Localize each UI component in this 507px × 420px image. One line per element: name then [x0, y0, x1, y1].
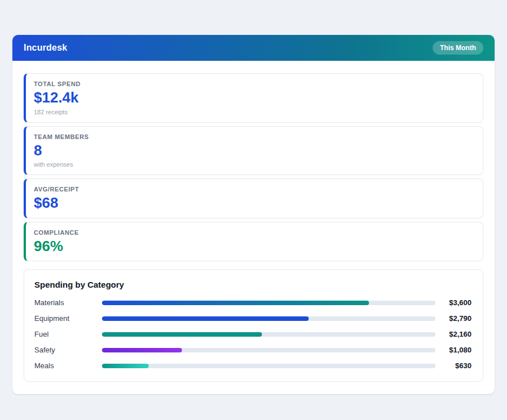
dashboard-card: Incurdesk This Month TOTAL SPEND$12.4k18… — [12, 35, 495, 394]
bar-track — [102, 301, 435, 305]
bar-track — [102, 364, 435, 368]
stat-label: TOTAL SPEND — [34, 81, 474, 87]
category-label: Safety — [34, 346, 102, 354]
category-row-safety: Safety$1,080 — [34, 346, 472, 354]
stat-subtext: 182 receipts — [34, 109, 474, 115]
stat-card-total-spend: TOTAL SPEND$12.4k182 receipts — [24, 73, 483, 123]
stat-card-avg-receipt: AVG/RECEIPT$68 — [24, 178, 483, 218]
app-header: Incurdesk This Month — [12, 35, 495, 61]
bar-fill — [102, 316, 309, 321]
category-row-materials: Materials$3,600 — [34, 298, 472, 307]
stat-value: $68 — [34, 195, 474, 211]
category-row-fuel: Fuel$2,160 — [34, 330, 472, 338]
app-title: Incurdesk — [24, 43, 67, 53]
stat-card-team-members: TEAM MEMBERS8with expenses — [24, 126, 483, 176]
bar-track — [102, 348, 435, 352]
chart-title: Spending by Category — [34, 280, 472, 289]
spending-by-category-card: Spending by Category Materials$3,600Equi… — [24, 269, 483, 382]
category-label: Fuel — [34, 330, 102, 338]
category-value: $630 — [435, 361, 472, 370]
bar-fill — [102, 301, 369, 305]
stat-subtext: with expenses — [34, 161, 474, 168]
dashboard-body: TOTAL SPEND$12.4k182 receiptsTEAM MEMBER… — [12, 61, 495, 394]
stats-container: TOTAL SPEND$12.4k182 receiptsTEAM MEMBER… — [24, 73, 483, 261]
stat-value: 96% — [34, 238, 474, 254]
bar-fill — [102, 364, 149, 368]
stat-value: 8 — [34, 142, 474, 159]
bar-track — [102, 316, 435, 321]
category-value: $2,160 — [435, 330, 472, 338]
period-badge[interactable]: This Month — [433, 41, 483, 55]
category-row-equipment: Equipment$2,790 — [34, 314, 472, 323]
bar-fill — [102, 348, 182, 352]
stat-value: $12.4k — [34, 90, 474, 106]
stat-label: COMPLIANCE — [34, 229, 474, 236]
bar-track — [102, 332, 435, 337]
category-rows: Materials$3,600Equipment$2,790Fuel$2,160… — [34, 298, 472, 370]
category-label: Meals — [34, 361, 102, 370]
category-value: $2,790 — [435, 314, 472, 323]
stat-label: AVG/RECEIPT — [34, 186, 474, 193]
bar-fill — [102, 332, 262, 337]
stat-card-compliance: COMPLIANCE96% — [24, 222, 483, 262]
category-label: Equipment — [34, 314, 102, 323]
category-value: $1,080 — [435, 346, 472, 354]
category-value: $3,600 — [435, 298, 472, 307]
stat-label: TEAM MEMBERS — [34, 133, 474, 140]
category-row-meals: Meals$630 — [34, 361, 472, 370]
category-label: Materials — [34, 298, 102, 307]
